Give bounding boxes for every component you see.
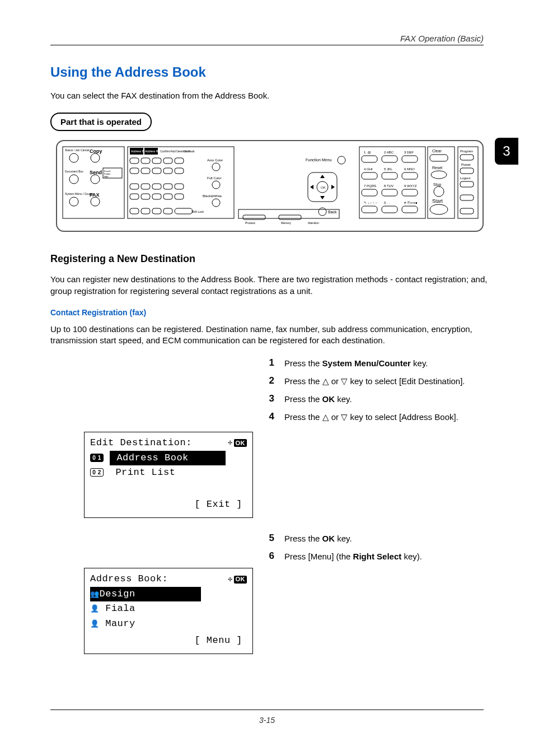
svg-rect-78 xyxy=(362,189,377,196)
svg-rect-35 xyxy=(152,194,161,199)
svg-rect-39 xyxy=(141,208,150,214)
svg-rect-34 xyxy=(141,194,150,199)
svg-text:7 PQRS: 7 PQRS xyxy=(364,184,376,188)
svg-rect-36 xyxy=(163,194,172,199)
svg-rect-18 xyxy=(130,158,139,164)
lcd2-row2: Fiala xyxy=(90,601,247,616)
svg-text:8 TUV: 8 TUV xyxy=(384,184,394,188)
svg-rect-30 xyxy=(152,184,161,189)
group-icon xyxy=(90,589,100,599)
svg-rect-42 xyxy=(175,208,193,214)
section-heading: Registering a New Destination xyxy=(50,253,489,265)
lbl-copy: Copy xyxy=(90,148,102,154)
step-4: 4 Press the △ or ▽ key to select [Addres… xyxy=(257,411,489,423)
svg-text:3 DEF: 3 DEF xyxy=(404,151,414,154)
svg-text:Shift Lock: Shift Lock xyxy=(191,210,204,213)
svg-text:Attention: Attention xyxy=(308,221,319,225)
svg-text:FAX: FAX xyxy=(104,175,109,178)
svg-text:# ⓢʏᴍʙ: # ⓢʏᴍʙ xyxy=(404,201,418,204)
svg-text:2 ABC: 2 ABC xyxy=(384,151,394,154)
svg-rect-37 xyxy=(175,194,184,199)
page-title: Using the Address Book xyxy=(50,64,489,80)
svg-point-95 xyxy=(430,204,448,214)
chapter-tab: 3 xyxy=(495,138,518,165)
svg-point-56 xyxy=(338,156,345,164)
svg-rect-72 xyxy=(362,172,377,179)
svg-rect-74 xyxy=(402,172,418,179)
lcd2-row3: Maury xyxy=(90,617,247,631)
svg-rect-24 xyxy=(141,168,150,174)
subsection-intro: Up to 100 destinations can be registered… xyxy=(50,324,489,347)
svg-rect-11 xyxy=(128,147,234,218)
svg-text:Reset: Reset xyxy=(432,166,442,170)
lbl-function-menu: Function Menu xyxy=(306,158,331,162)
svg-rect-85 xyxy=(382,206,397,213)
svg-rect-51 xyxy=(243,215,265,220)
svg-text:Full Color: Full Color xyxy=(207,176,222,180)
subsection-heading: Contact Registration (fax) xyxy=(50,308,489,317)
svg-point-93 xyxy=(434,186,444,197)
step-5: 5 Press the OK key. xyxy=(257,533,489,545)
svg-rect-23 xyxy=(130,168,139,174)
nav-ok-icon: ✢OK xyxy=(228,574,247,585)
svg-rect-40 xyxy=(152,208,161,214)
svg-rect-25 xyxy=(152,168,161,174)
lbl-fax: FAX xyxy=(90,192,100,198)
svg-rect-27 xyxy=(175,168,184,174)
svg-point-47 xyxy=(212,181,220,189)
svg-text:5 JKL: 5 JKL xyxy=(384,167,393,171)
svg-rect-66 xyxy=(362,156,377,162)
svg-rect-0 xyxy=(63,147,124,218)
down-triangle-icon: ▽ xyxy=(341,375,348,388)
svg-rect-89 xyxy=(430,155,448,161)
svg-rect-33 xyxy=(130,194,139,199)
page-number: 3-15 xyxy=(0,716,534,725)
svg-point-9 xyxy=(69,197,78,206)
lcd2-softkey: [ Menu ] xyxy=(90,633,247,648)
step-1: 1 Press the System Menu/Counter key. xyxy=(257,357,489,370)
svg-rect-21 xyxy=(163,158,172,164)
svg-text:Start: Start xyxy=(432,198,443,204)
svg-point-60 xyxy=(318,208,326,216)
nav-ok-icon: ✢OK xyxy=(228,437,247,449)
svg-rect-79 xyxy=(382,189,397,196)
lcd1-row1: Address Book xyxy=(110,451,226,465)
svg-rect-68 xyxy=(402,156,418,162)
down-triangle-icon: ▽ xyxy=(341,411,348,423)
svg-rect-67 xyxy=(382,156,397,162)
footer-rule xyxy=(50,710,484,710)
svg-text:Black&White: Black&White xyxy=(203,194,222,198)
up-triangle-icon: △ xyxy=(322,411,329,423)
svg-text:Back: Back xyxy=(328,210,337,214)
lcd2-title: Address Book: xyxy=(90,572,168,586)
up-triangle-icon: △ xyxy=(322,375,329,388)
svg-text:Auto Color: Auto Color xyxy=(207,158,223,162)
svg-text:6 MNO: 6 MNO xyxy=(404,167,415,171)
svg-point-1 xyxy=(69,153,78,162)
svg-point-49 xyxy=(212,199,220,207)
svg-rect-31 xyxy=(163,184,172,189)
row-number-icon: 0 1 xyxy=(90,454,104,462)
svg-text:*/. ↓←↑→: */. ↓←↑→ xyxy=(364,201,378,204)
svg-rect-50 xyxy=(238,209,339,218)
svg-rect-104 xyxy=(460,208,474,214)
intro-text: You can select the FAX destination from … xyxy=(50,90,489,101)
svg-rect-29 xyxy=(141,184,150,189)
lcd2-row1: Design xyxy=(90,587,201,601)
svg-text:Program: Program xyxy=(460,150,473,153)
lcd1-title: Edit Destination: xyxy=(90,436,192,450)
svg-point-2 xyxy=(91,153,100,162)
svg-rect-102 xyxy=(460,181,474,187)
step-3: 3 Press the OK key. xyxy=(257,393,489,405)
lcd-edit-destination: Edit Destination: ✢OK 0 1 Address Book 0… xyxy=(84,432,253,518)
svg-text:Logout: Logout xyxy=(460,176,471,180)
svg-rect-100 xyxy=(460,168,474,174)
svg-rect-41 xyxy=(163,208,172,214)
svg-rect-22 xyxy=(175,158,184,164)
svg-text:On Hook: On Hook xyxy=(184,150,195,153)
svg-rect-98 xyxy=(460,155,474,160)
header-rule xyxy=(50,45,484,45)
svg-text:OK: OK xyxy=(321,186,326,189)
svg-rect-28 xyxy=(130,184,139,189)
control-panel-illustration: Status / Job Cancel Copy Document Box Se… xyxy=(56,140,484,232)
